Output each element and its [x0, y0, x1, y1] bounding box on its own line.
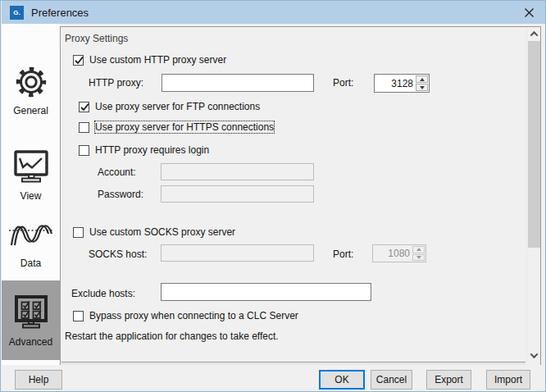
section-title: Proxy Settings: [65, 33, 128, 44]
sidebar-item-advanced[interactable]: Advanced: [2, 280, 60, 360]
title-bar: G. Preferences: [2, 1, 546, 24]
checkbox-https-proxy[interactable]: Use proxy server for HTTPS connections: [79, 121, 274, 133]
checkbox-box[interactable]: [79, 102, 89, 112]
http-proxy-input[interactable]: [162, 74, 314, 92]
sidebar-label-advanced: Advanced: [9, 336, 52, 348]
waveform-icon: [8, 219, 54, 253]
checkbox-label: Use custom HTTP proxy server: [89, 54, 226, 66]
chevron-down-icon: [530, 350, 539, 358]
monitor-checklist-icon: [11, 293, 51, 332]
app-icon: G.: [10, 6, 24, 20]
monitor-chart-icon: [11, 147, 51, 186]
spin-up-button[interactable]: [416, 75, 428, 83]
chevron-up-icon: [530, 30, 539, 39]
socks-port-label: Port:: [333, 248, 353, 260]
socks-port-input[interactable]: [373, 245, 412, 262]
spin-up-button[interactable]: [412, 246, 425, 253]
checkbox-box[interactable]: [79, 145, 89, 156]
http-port-input[interactable]: [375, 75, 415, 92]
checkbox-box[interactable]: [73, 55, 84, 66]
gear-icon: [12, 63, 50, 101]
scroll-up-button[interactable]: [527, 27, 541, 40]
checkbox-bypass-clc-server[interactable]: Bypass proxy when connecting to a CLC Se…: [73, 310, 298, 321]
arrow-down-icon: [416, 256, 421, 259]
checkbox-box[interactable]: [73, 311, 84, 321]
sidebar: General View Data: [2, 24, 60, 367]
arrow-up-icon: [420, 78, 425, 81]
ok-button[interactable]: OK: [319, 370, 365, 390]
sidebar-label-view: View: [20, 190, 42, 202]
sidebar-item-general[interactable]: General: [2, 63, 60, 116]
scroll-down-button[interactable]: [527, 349, 541, 362]
http-port-label: Port:: [333, 77, 353, 89]
http-proxy-label: HTTP proxy:: [89, 77, 143, 89]
checkbox-use-socks-proxy[interactable]: Use custom SOCKS proxy server: [73, 226, 235, 238]
checkbox-box[interactable]: [73, 227, 84, 238]
checkbox-label: Bypass proxy when connecting to a CLC Se…: [89, 310, 298, 321]
arrow-down-icon: [420, 86, 425, 89]
sidebar-label-data: Data: [20, 258, 41, 269]
sidebar-item-view[interactable]: View: [2, 147, 60, 202]
checkbox-label: Use proxy server for HTTPS connections: [95, 121, 274, 133]
socks-host-label: SOCKS host:: [89, 248, 147, 260]
socks-host-input[interactable]: [161, 244, 314, 262]
checkbox-ftp-proxy[interactable]: Use proxy server for FTP connections: [79, 101, 260, 112]
checkbox-label: HTTP proxy requires login: [95, 144, 209, 156]
checkbox-proxy-login[interactable]: HTTP proxy requires login: [79, 144, 209, 156]
password-label: Password:: [98, 189, 143, 200]
import-button[interactable]: Import: [486, 370, 530, 390]
http-port-spinner: [374, 74, 430, 93]
scrollbar-thumb[interactable]: [528, 41, 540, 248]
close-button[interactable]: [512, 1, 546, 24]
help-button[interactable]: Help: [15, 370, 62, 390]
preferences-dialog: G. Preferences General V: [0, 0, 546, 392]
sidebar-item-data[interactable]: Data: [2, 219, 60, 269]
exclude-hosts-input[interactable]: [161, 283, 371, 301]
vertical-scrollbar[interactable]: [526, 27, 540, 362]
checkbox-use-http-proxy[interactable]: Use custom HTTP proxy server: [73, 54, 226, 66]
account-label: Account:: [98, 166, 136, 178]
spin-down-button[interactable]: [412, 254, 425, 262]
socks-port-spinner: [372, 244, 426, 262]
password-input[interactable]: [161, 185, 314, 203]
close-icon: [525, 8, 534, 17]
checkbox-label: Use proxy server for FTP connections: [95, 101, 260, 112]
restart-note: Restart the application for changes to t…: [65, 330, 279, 342]
spin-down-button[interactable]: [416, 84, 428, 91]
spin-buttons: [412, 245, 425, 262]
proxy-settings-panel: Proxy Settings Use custom HTTP proxy ser…: [60, 26, 541, 367]
checkmark-icon: [73, 54, 85, 66]
export-button[interactable]: Export: [426, 370, 471, 390]
sidebar-label-general: General: [13, 105, 48, 116]
spin-buttons: [415, 75, 429, 92]
window-title: Preferences: [31, 7, 89, 19]
cancel-button[interactable]: Cancel: [371, 370, 412, 390]
checkbox-label: Use custom SOCKS proxy server: [89, 226, 235, 238]
arrow-up-icon: [416, 248, 421, 251]
account-input[interactable]: [161, 163, 314, 180]
exclude-hosts-label: Exclude hosts:: [71, 288, 135, 299]
checkbox-box[interactable]: [79, 122, 89, 133]
checkmark-icon: [79, 101, 91, 113]
